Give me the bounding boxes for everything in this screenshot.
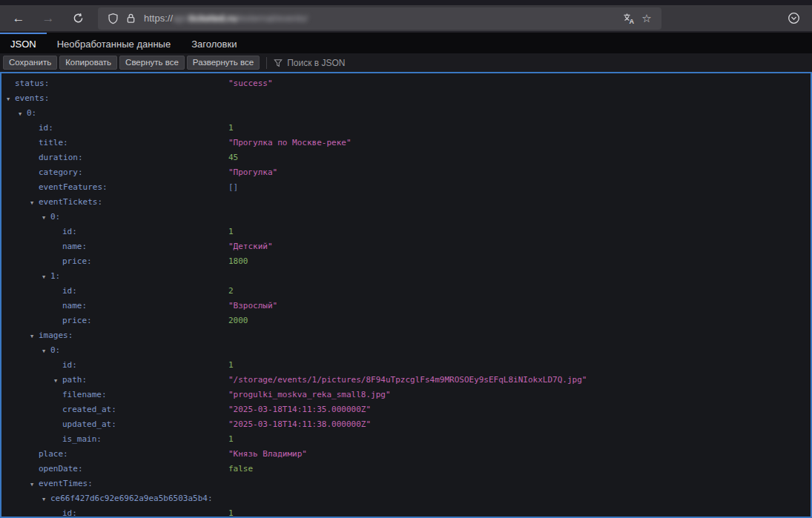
json-key[interactable]: path: — [1, 373, 87, 388]
json-row: ▼path:"/storage/events/1/pictures/8F94uT… — [1, 373, 811, 388]
json-key[interactable]: updated_at: — [1, 417, 116, 432]
json-row: openDate:false — [1, 462, 811, 477]
translate-icon[interactable]: A — [620, 10, 638, 27]
json-row: ▼eventTickets: — [1, 195, 811, 210]
expander-arrow-icon[interactable]: ▼ — [42, 270, 45, 285]
pocket-icon[interactable] — [784, 9, 803, 28]
json-value: "Взрослый" — [228, 299, 277, 313]
json-value: "success" — [228, 76, 273, 91]
tab-raw-data[interactable]: Необработанные данные — [47, 33, 181, 53]
json-key[interactable]: 0: — [1, 210, 60, 225]
json-key[interactable]: name: — [1, 299, 87, 313]
json-key[interactable]: id: — [1, 121, 53, 136]
json-key[interactable]: price: — [1, 313, 92, 328]
svg-text:A: A — [630, 18, 635, 24]
json-value: 1 — [228, 506, 234, 518]
json-tree-panel[interactable]: status:"success"▼events:▼0:id:1title:"Пр… — [0, 72, 812, 518]
json-value: 2 — [228, 284, 234, 299]
filter-funnel-icon — [274, 59, 283, 67]
json-row: eventFeatures:[] — [1, 180, 811, 195]
json-row: place:"Князь Владимир" — [1, 447, 811, 462]
json-key[interactable]: filename: — [1, 388, 107, 402]
json-value: "2025-03-18T14:11:38.000000Z" — [228, 417, 371, 432]
json-row: id:2 — [1, 284, 811, 299]
expander-arrow-icon[interactable]: ▼ — [19, 107, 22, 122]
json-key[interactable]: id: — [1, 506, 77, 518]
json-key[interactable]: category: — [1, 165, 83, 180]
json-row: name:"Взрослый" — [1, 299, 811, 313]
json-value: 1 — [228, 121, 234, 136]
json-row: title:"Прогулка по Москве-реке" — [1, 136, 811, 150]
json-search-field[interactable]: Поиск в JSON — [274, 58, 809, 68]
tab-headers[interactable]: Заголовки — [181, 33, 247, 53]
json-row: ▼events: — [1, 91, 811, 106]
json-value: "2025-03-18T14:11:35.000000Z" — [228, 402, 371, 417]
json-key[interactable]: status: — [1, 76, 49, 91]
url-bar[interactable]: https://api.ticketed.ru/external/events/… — [98, 7, 661, 30]
lock-icon[interactable] — [122, 10, 139, 27]
json-key[interactable]: duration: — [1, 150, 83, 165]
json-key[interactable]: 1: — [1, 269, 60, 284]
json-key[interactable]: place: — [1, 447, 68, 462]
expander-arrow-icon[interactable]: ▼ — [54, 373, 57, 388]
json-key[interactable]: id: — [1, 284, 77, 299]
json-key[interactable]: id: — [1, 225, 77, 239]
search-placeholder: Поиск в JSON — [287, 58, 345, 68]
tab-json[interactable]: JSON — [0, 33, 47, 53]
json-row: price:1800 — [1, 254, 811, 269]
json-value: false — [228, 462, 253, 477]
expander-arrow-icon[interactable]: ▼ — [42, 210, 45, 225]
json-row: created_at:"2025-03-18T14:11:35.000000Z" — [1, 402, 811, 417]
json-row: ▼0: — [1, 343, 811, 358]
expand-all-button[interactable]: Развернуть все — [187, 56, 260, 70]
json-value: "/storage/events/1/pictures/8F94uTpzcglF… — [228, 373, 587, 388]
json-key[interactable]: eventTickets: — [1, 195, 102, 210]
json-row: id:1 — [1, 121, 811, 136]
json-key[interactable]: eventFeatures: — [1, 180, 108, 195]
toolbar-separator — [266, 57, 267, 69]
expander-arrow-icon[interactable]: ▼ — [30, 477, 33, 492]
json-key[interactable]: images: — [1, 328, 73, 343]
expander-arrow-icon[interactable]: ▼ — [42, 492, 45, 507]
json-row: id:1 — [1, 225, 811, 239]
url-blurred-part: api.ticketed.ru/external/events/ — [173, 13, 308, 24]
json-value: 1800 — [228, 254, 248, 269]
json-key[interactable]: is_main: — [1, 432, 102, 447]
json-viewer-tabs: JSON Необработанные данные Заголовки — [0, 33, 812, 53]
shield-icon[interactable] — [104, 10, 122, 27]
json-value: "Прогулка" — [228, 165, 277, 180]
bookmark-star-icon[interactable]: ☆ — [638, 10, 656, 27]
json-key[interactable]: ce66f427d6c92e6962a9ea5b6503a5b4: — [1, 491, 213, 506]
collapse-all-button[interactable]: Свернуть все — [119, 56, 185, 70]
json-value: 1 — [228, 358, 234, 373]
expander-arrow-icon[interactable]: ▼ — [30, 196, 33, 210]
json-row: ▼images: — [1, 328, 811, 343]
expander-arrow-icon[interactable]: ▼ — [42, 344, 45, 359]
json-key[interactable]: id: — [1, 358, 77, 373]
json-row: price:2000 — [1, 313, 811, 328]
json-key[interactable]: price: — [1, 254, 92, 269]
json-toolbar: Сохранить Копировать Свернуть все Развер… — [0, 53, 812, 72]
save-button[interactable]: Сохранить — [3, 56, 57, 70]
json-key[interactable]: openDate: — [1, 462, 83, 477]
expander-arrow-icon[interactable]: ▼ — [30, 329, 33, 344]
json-key[interactable]: 0: — [1, 343, 60, 358]
reload-icon[interactable] — [68, 9, 88, 28]
browser-toolbar: ← → https://api.ticketed.ru/external/eve… — [0, 0, 812, 33]
json-key[interactable]: created_at: — [1, 402, 116, 417]
json-row: updated_at:"2025-03-18T14:11:38.000000Z" — [1, 417, 811, 432]
json-value: 1 — [228, 225, 234, 239]
json-key[interactable]: eventTimes: — [1, 477, 93, 491]
json-row: is_main:1 — [1, 432, 811, 447]
copy-button[interactable]: Копировать — [59, 56, 117, 70]
back-icon[interactable]: ← — [9, 9, 28, 28]
json-value: 45 — [228, 150, 238, 165]
json-row: id:1 — [1, 358, 811, 373]
nav-buttons: ← → — [0, 9, 98, 28]
json-key[interactable]: title: — [1, 136, 68, 150]
json-value: "progulki_moskva_reka_small8.jpg" — [228, 388, 391, 402]
json-value: "Прогулка по Москве-реке" — [228, 136, 351, 150]
json-value: 1 — [228, 432, 234, 447]
json-key[interactable]: name: — [1, 239, 87, 254]
expander-arrow-icon[interactable]: ▼ — [7, 92, 10, 107]
